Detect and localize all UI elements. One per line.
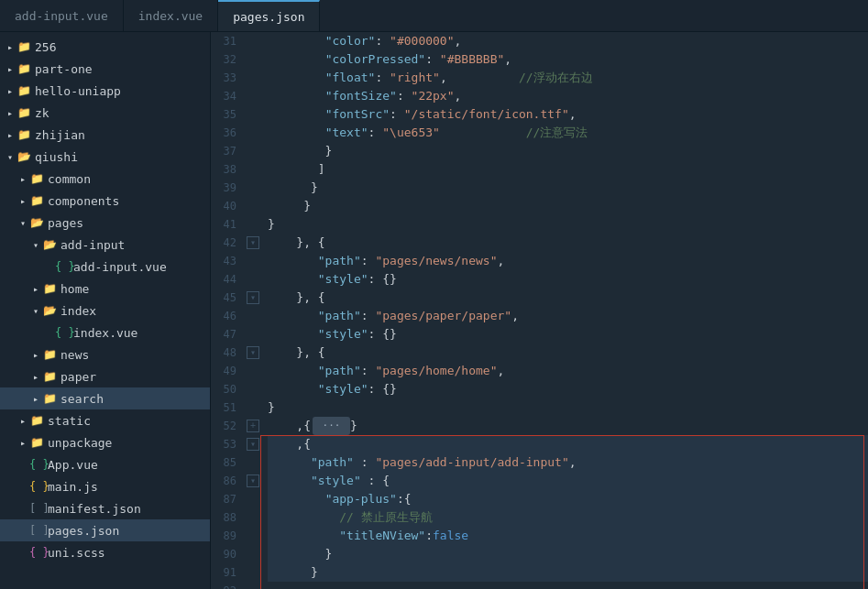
arrow-icon <box>29 306 42 316</box>
sidebar-item-news[interactable]: 📁 news <box>0 344 210 365</box>
fold-marker-86[interactable]: ▾ <box>244 472 260 490</box>
tab-add-input-vue[interactable]: add-input.vue <box>0 0 124 31</box>
folder-icon: 📁 <box>42 282 57 295</box>
code-line-39: } <box>268 179 868 197</box>
sidebar-label: index <box>60 304 203 318</box>
arrow-icon <box>4 86 16 96</box>
sidebar-item-index-vue[interactable]: { } index.vue <box>0 322 210 344</box>
sidebar-item-add-input-vue[interactable]: { } add-input.vue <box>0 256 210 278</box>
sidebar-label: unpackage <box>48 436 203 450</box>
folder-icon: 📁 <box>16 128 31 141</box>
sidebar-label: common <box>48 172 203 186</box>
fold-badge-52: ··· <box>313 417 350 435</box>
sidebar-item-unpackage[interactable]: 📁 unpackage <box>0 431 210 453</box>
sidebar-label: zk <box>35 106 203 120</box>
sidebar-label: add-input <box>60 238 203 252</box>
code-line-31: "color": "#000000", <box>268 32 868 50</box>
fold-marker-42[interactable]: ▾ <box>244 234 260 252</box>
sidebar-item-zhijian[interactable]: 📁 zhijian <box>0 124 210 146</box>
arrow-icon <box>4 108 16 118</box>
json-file-icon: [ ] <box>29 524 44 537</box>
sidebar-item-static[interactable]: 📁 static <box>0 409 210 431</box>
code-line-49: "path": "pages/home/home", <box>268 362 868 380</box>
folder-icon: 📁 <box>16 62 31 75</box>
code-line-40: } <box>268 197 868 215</box>
tab-pages-json[interactable]: pages.json <box>218 0 320 31</box>
sidebar-label: pages.json <box>48 524 203 538</box>
folder-open-icon: 📂 <box>42 238 57 251</box>
code-line-48: }, { <box>268 344 868 362</box>
arrow-icon <box>29 284 42 294</box>
sidebar-label: search <box>60 392 203 406</box>
code-line-43: "path": "pages/news/news", <box>268 252 868 270</box>
folder-icon: 📁 <box>42 348 57 361</box>
sidebar-label: qiushi <box>35 150 203 164</box>
folder-icon: 📁 <box>16 84 31 97</box>
sidebar-item-zk[interactable]: 📁 zk <box>0 102 210 124</box>
sidebar-label: App.vue <box>48 458 203 472</box>
sidebar-item-qiushi[interactable]: 📂 qiushi <box>0 146 210 168</box>
code-line-42: }, { <box>268 234 868 252</box>
arrow-icon <box>4 152 16 162</box>
sidebar-item-components[interactable]: 📁 components <box>0 190 210 212</box>
code-line-52: ,{ ··· } <box>268 417 868 435</box>
sidebar-item-index[interactable]: 📂 index <box>0 300 210 322</box>
sidebar-item-256[interactable]: 📁 256 <box>0 36 210 58</box>
sidebar-label: static <box>48 414 203 428</box>
folder-icon: 📁 <box>16 106 31 119</box>
fold-marker-45[interactable]: ▾ <box>244 289 260 307</box>
fold-marker-48[interactable]: ▾ <box>244 344 260 362</box>
gutter: ▾ ▾ ▾ + ▾ ▾ + <box>244 32 260 589</box>
arrow-icon <box>16 416 29 426</box>
arrow-icon <box>4 64 16 74</box>
code-content: "color": "#000000", "colorPressed": "#BB… <box>260 32 868 589</box>
code-line-90: } <box>268 545 868 563</box>
sidebar-label: 256 <box>35 40 203 54</box>
fold-marker-52[interactable]: + <box>244 417 260 435</box>
sidebar-label: home <box>60 282 203 296</box>
code-editor[interactable]: 31 32 33 34 35 36 37 38 39 40 41 42 43 4… <box>211 32 868 589</box>
code-line-33: "float": "right", //浮动在右边 <box>268 69 868 87</box>
sidebar-item-part-one[interactable]: 📁 part-one <box>0 58 210 80</box>
code-line-89: "titleNView":false <box>268 527 868 545</box>
arrow-icon <box>16 174 29 184</box>
folder-open-icon: 📂 <box>16 150 31 163</box>
sidebar-label: zhijian <box>35 128 203 142</box>
sidebar-item-home[interactable]: 📁 home <box>0 278 210 300</box>
arrow-icon <box>16 218 29 228</box>
sidebar-item-app-vue[interactable]: { } App.vue <box>0 453 210 475</box>
sidebar-label: news <box>60 348 203 362</box>
sidebar-item-paper[interactable]: 📁 paper <box>0 365 210 387</box>
sidebar-item-uni-scss[interactable]: { } uni.scss <box>0 541 210 563</box>
sidebar-label: add-input.vue <box>73 260 203 274</box>
tab-index-vue[interactable]: index.vue <box>124 0 218 31</box>
code-line-45: }, { <box>268 289 868 307</box>
file-explorer: 📁 256 📁 part-one 📁 hello-uniapp 📁 zk <box>0 32 211 589</box>
code-line-35: "fontSrc": "/static/font/icon.ttf", <box>268 105 868 124</box>
code-line-92 <box>268 582 868 589</box>
vue-file-icon: { } <box>55 326 70 339</box>
arrow-icon <box>4 42 16 52</box>
folder-icon: 📁 <box>16 40 31 53</box>
folder-open-icon: 📂 <box>29 216 44 229</box>
sidebar-item-add-input[interactable]: 📂 add-input <box>0 234 210 256</box>
code-line-47: "style": {} <box>268 325 868 344</box>
sidebar-item-pages-json[interactable]: [ ] pages.json <box>0 519 210 541</box>
sidebar-item-manifest-json[interactable]: [ ] manifest.json <box>0 497 210 519</box>
code-line-34: "fontSize": "22px", <box>268 87 868 105</box>
code-line-36: "text": "\ue653" //注意写法 <box>268 124 868 142</box>
sidebar-item-main-js[interactable]: { } main.js <box>0 475 210 497</box>
sidebar-item-common[interactable]: 📁 common <box>0 168 210 190</box>
sidebar-item-pages[interactable]: 📂 pages <box>0 212 210 234</box>
arrow-icon <box>29 350 42 360</box>
vue-file-icon: { } <box>29 458 44 471</box>
code-line-50: "style": {} <box>268 380 868 398</box>
sidebar-item-hello-uniapp[interactable]: 📁 hello-uniapp <box>0 80 210 102</box>
sidebar-label: paper <box>60 370 203 384</box>
js-file-icon: { } <box>29 480 44 493</box>
folder-icon: 📁 <box>42 370 57 383</box>
sidebar-item-search[interactable]: 📁 search <box>0 387 210 409</box>
fold-marker-53[interactable]: ▾ <box>244 435 260 453</box>
folder-open-icon: 📂 <box>42 304 57 317</box>
code-line-44: "style": {} <box>268 270 868 289</box>
